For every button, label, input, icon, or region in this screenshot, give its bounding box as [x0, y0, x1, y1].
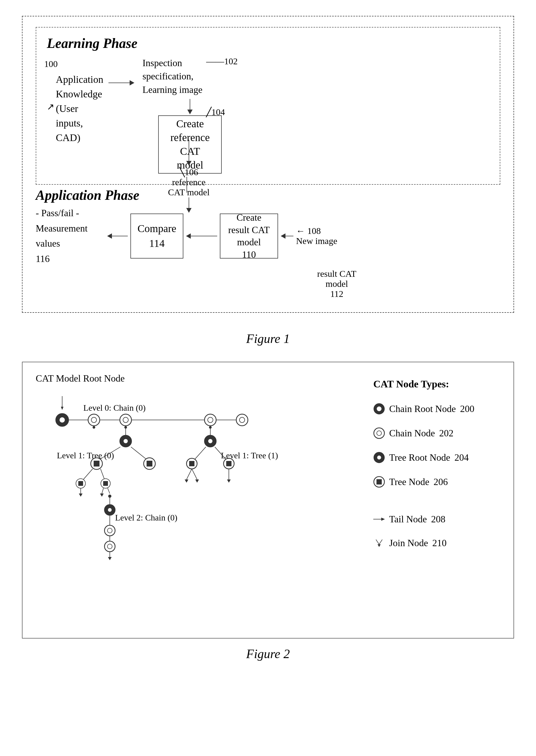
tree-node-label: Tree Node: [389, 476, 429, 487]
svg-line-38: [102, 488, 103, 494]
ref-100-arrow: ↗: [47, 101, 54, 112]
cat-model-root-label: CAT Model Root Node: [36, 373, 357, 384]
svg-line-80: [376, 539, 379, 544]
svg-line-40: [108, 488, 110, 494]
svg-point-15: [208, 417, 213, 423]
app-phase-row: - Pass/fail -Measurementvalues116 Compar…: [36, 206, 500, 266]
tree-root-ref: 204: [454, 452, 469, 463]
join-node-ref: 210: [432, 537, 447, 549]
learning-phase-box: Learning Phase 100 ↗ ApplicationKnowledg…: [36, 27, 500, 185]
ref-100: 100: [44, 59, 58, 69]
tree-node-icon: [373, 476, 385, 488]
tail-node-ref: 208: [431, 514, 445, 525]
svg-marker-35: [79, 494, 83, 497]
legend-join-node: Join Node 210: [373, 537, 500, 549]
join-node-label: Join Node: [389, 537, 428, 549]
pass-fail-block: - Pass/fail -Measurementvalues116: [36, 206, 105, 266]
svg-point-73: [377, 431, 382, 435]
svg-rect-27: [94, 461, 99, 466]
arrow-compare-to-passfail: [107, 233, 128, 239]
svg-point-48: [107, 528, 112, 533]
svg-point-4: [59, 417, 65, 423]
join-node-icon: [373, 539, 385, 547]
figure2-svg: Level 0: Chain (0): [36, 386, 327, 624]
legend-chain-root: Chain Root Node 200: [373, 403, 500, 415]
legend-chain-node: Chain Node 202: [373, 427, 500, 439]
figure1-outer: Learning Phase 100 ↗ ApplicationKnowledg…: [22, 16, 514, 313]
result-cat-model-label: result CATmodel112: [173, 269, 500, 299]
svg-rect-37: [103, 481, 108, 486]
svg-point-75: [377, 456, 381, 459]
create-result-box: Createresult CATmodel110: [220, 214, 278, 258]
svg-rect-29: [147, 461, 152, 466]
svg-line-64: [186, 469, 192, 479]
svg-rect-77: [377, 479, 382, 485]
legend-tail-node: Tail Node 208: [373, 514, 500, 525]
legend-title: CAT Node Types:: [373, 378, 500, 390]
app-knowledge-text: ApplicationKnowledge(Userinputs,CAD): [56, 72, 103, 145]
tree-root-label: Tree Root Node: [389, 452, 450, 463]
compare-box: Compare114: [130, 214, 183, 258]
arrow-app-to-cat: [109, 80, 134, 86]
learning-phase-label: Learning Phase: [47, 36, 137, 51]
chain-root-ref: 200: [460, 403, 474, 414]
inspection-block: Inspectionspecification,Learning image —…: [142, 56, 238, 96]
arrow-result-to-compare: [186, 233, 217, 239]
svg-text:Level 1: Tree (0): Level 1: Tree (0): [57, 451, 114, 460]
tail-node-icon: [373, 516, 385, 522]
svg-marker-67: [195, 479, 199, 483]
figure2-diagram: CAT Model Root Node Level 0: Chain (0): [36, 373, 357, 625]
svg-text:Level 0: Chain (0): Level 0: Chain (0): [83, 403, 146, 413]
tail-node-label: Tail Node: [389, 514, 427, 525]
chain-node-icon: [373, 427, 385, 439]
ref-102: ——102: [206, 56, 238, 66]
legend-tree-root: Tree Root Node 204: [373, 452, 500, 463]
svg-marker-65: [185, 479, 188, 483]
svg-line-66: [192, 469, 197, 479]
svg-point-19: [239, 417, 245, 423]
svg-point-11: [123, 417, 128, 423]
svg-point-44: [108, 508, 112, 512]
app-knowledge-block: 100 ↗ ApplicationKnowledge(Userinputs,CA…: [47, 72, 103, 145]
svg-rect-63: [226, 461, 231, 466]
chain-root-icon: [373, 403, 385, 415]
svg-marker-82: [378, 544, 381, 547]
create-result-column: Createresult CATmodel110: [220, 214, 278, 258]
svg-marker-53: [108, 557, 112, 560]
svg-marker-79: [381, 518, 385, 521]
svg-marker-39: [100, 494, 104, 497]
tree-root-icon: [373, 452, 385, 463]
svg-line-58: [194, 447, 206, 460]
tree-node-ref: 206: [434, 476, 448, 487]
ref-116: 116: [36, 254, 50, 264]
svg-point-56: [208, 439, 213, 443]
arrow-newimage-to-result: ← 108New image: [281, 226, 337, 246]
svg-line-30: [83, 469, 93, 479]
ref-cat-model-arrow: ╲106referenceCAT model: [168, 140, 210, 213]
arrow-inspection-down: [187, 99, 193, 114]
svg-line-81: [379, 539, 382, 544]
svg-text:Level 2: Chain (0): Level 2: Chain (0): [115, 513, 177, 522]
figure2-legend: CAT Node Types: Chain Root Node 200 Chai…: [373, 373, 500, 625]
figure2-caption: Figure 2: [246, 646, 290, 661]
app-phase-label: Application Phase: [36, 187, 500, 203]
svg-marker-1: [61, 407, 63, 410]
application-phase-section: Application Phase - Pass/fail -Measureme…: [36, 187, 500, 299]
chain-root-label: Chain Root Node: [389, 403, 456, 414]
svg-rect-33: [78, 481, 83, 486]
svg-marker-69: [227, 479, 231, 483]
legend-tree-node: Tree Node 206: [373, 476, 500, 488]
ref-104: ╱104: [206, 106, 225, 118]
svg-point-7: [91, 417, 97, 423]
svg-point-41: [108, 495, 111, 498]
svg-point-71: [377, 406, 382, 411]
svg-line-25: [131, 447, 147, 460]
figure1-caption: Figure 1: [246, 331, 290, 346]
svg-rect-61: [189, 461, 194, 466]
ref-108: ← 108New image: [296, 226, 337, 246]
chain-node-label: Chain Node: [389, 428, 435, 439]
svg-point-8: [93, 426, 95, 429]
inspection-text: Inspectionspecification,Learning image: [142, 56, 202, 96]
svg-point-51: [107, 544, 112, 549]
svg-point-22: [123, 439, 128, 443]
